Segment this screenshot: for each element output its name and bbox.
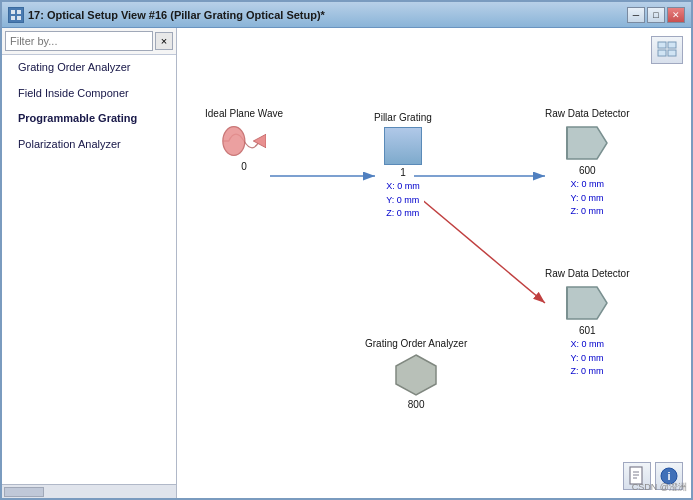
- window-icon: [8, 7, 24, 23]
- svg-rect-6: [658, 50, 666, 56]
- filter-bar: ×: [2, 28, 176, 55]
- raw-detector-601-shape[interactable]: [565, 283, 609, 323]
- raw-detector-601-label: Raw Data Detector: [545, 268, 629, 279]
- raw-detector-601-coords: X: 0 mm Y: 0 mm Z: 0 mm: [566, 336, 608, 381]
- pillar-grating-id: 1: [400, 167, 406, 178]
- svg-marker-20: [396, 355, 436, 395]
- filter-input[interactable]: [5, 31, 153, 51]
- svg-point-14: [223, 127, 245, 156]
- raw-detector-600-id: 600: [579, 165, 596, 176]
- raw-detector-600-coords: X: 0 mm Y: 0 mm Z: 0 mm: [566, 176, 608, 221]
- sidebar-item-field-inside[interactable]: Field Inside Componer: [2, 81, 176, 107]
- window-title: 17: Optical Setup View #16 (Pillar Grati…: [28, 9, 325, 21]
- filter-clear-button[interactable]: ×: [155, 32, 173, 50]
- pillar-grating-shape[interactable]: [384, 127, 422, 165]
- canvas-area: Ideal Plane Wave 0 Pillar Grating 1 X: 0…: [177, 28, 691, 498]
- minimize-button[interactable]: ─: [627, 7, 645, 23]
- grid-button[interactable]: [651, 36, 683, 64]
- titlebar: 17: Optical Setup View #16 (Pillar Grati…: [2, 2, 691, 28]
- ideal-plane-wave: Ideal Plane Wave 0: [205, 108, 283, 172]
- svg-rect-7: [668, 50, 676, 56]
- pillar-grating-label: Pillar Grating: [374, 112, 432, 123]
- sidebar-item-programmable[interactable]: Programmable Grating: [2, 106, 176, 132]
- svg-line-13: [414, 193, 545, 303]
- titlebar-left: 17: Optical Setup View #16 (Pillar Grati…: [8, 7, 325, 23]
- ideal-plane-wave-shape[interactable]: [222, 123, 266, 159]
- scrollbar-thumb[interactable]: [4, 487, 44, 497]
- close-button[interactable]: ✕: [667, 7, 685, 23]
- horizontal-scrollbar[interactable]: [2, 484, 176, 498]
- pillar-grating: Pillar Grating 1 X: 0 mm Y: 0 mm Z: 0 mm: [374, 112, 432, 223]
- svg-marker-16: [567, 127, 607, 159]
- grating-order-label: Grating Order Analyzer: [365, 338, 467, 349]
- raw-data-detector-601: Raw Data Detector 601 X: 0 mm Y: 0 mm Z:…: [545, 268, 629, 381]
- canvas-toolbar: [651, 36, 683, 64]
- grating-order-shape[interactable]: [392, 353, 440, 397]
- raw-detector-601-id: 601: [579, 325, 596, 336]
- grating-order-analyzer: Grating Order Analyzer 800: [365, 338, 467, 410]
- raw-detector-600-label: Raw Data Detector: [545, 108, 629, 119]
- sidebar: × Grating Order Analyzer Field Inside Co…: [2, 28, 177, 498]
- svg-rect-2: [11, 16, 15, 20]
- pillar-grating-coords: X: 0 mm Y: 0 mm Z: 0 mm: [382, 178, 424, 223]
- svg-rect-3: [17, 16, 21, 20]
- main-window: 17: Optical Setup View #16 (Pillar Grati…: [0, 0, 693, 500]
- svg-rect-5: [668, 42, 676, 48]
- svg-rect-0: [11, 10, 15, 14]
- svg-rect-1: [17, 10, 21, 14]
- ideal-plane-wave-label: Ideal Plane Wave: [205, 108, 283, 119]
- sidebar-item-polarization[interactable]: Polarization Analyzer: [2, 132, 176, 158]
- raw-data-detector-600: Raw Data Detector 600 X: 0 mm Y: 0 mm Z:…: [545, 108, 629, 221]
- connections-svg: [177, 28, 691, 498]
- svg-rect-4: [658, 42, 666, 48]
- raw-detector-600-shape[interactable]: [565, 123, 609, 163]
- sidebar-list: Grating Order Analyzer Field Inside Comp…: [2, 55, 176, 484]
- window-controls: ─ □ ✕: [627, 7, 685, 23]
- grating-order-id: 800: [408, 399, 425, 410]
- main-area: × Grating Order Analyzer Field Inside Co…: [2, 28, 691, 498]
- sidebar-item-grating-order[interactable]: Grating Order Analyzer: [2, 55, 176, 81]
- watermark: CSDN @澄洲: [632, 481, 687, 494]
- ideal-plane-wave-id: 0: [241, 161, 247, 172]
- maximize-button[interactable]: □: [647, 7, 665, 23]
- svg-marker-18: [567, 287, 607, 319]
